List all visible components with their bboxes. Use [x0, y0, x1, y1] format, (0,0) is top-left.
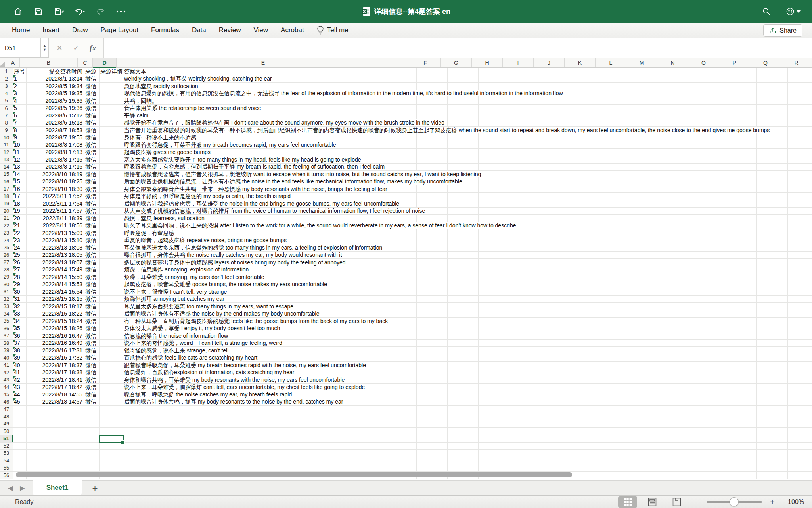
cell-B35[interactable]: 2022/8/15 18:24 — [27, 318, 84, 325]
cell-H45[interactable] — [479, 391, 509, 398]
cell-L5[interactable] — [602, 97, 633, 104]
cell-D17[interactable] — [100, 185, 123, 192]
cell-F36[interactable] — [417, 325, 448, 332]
cell-B17[interactable]: 2022/8/10 18:30 — [27, 185, 84, 192]
cell-O28[interactable] — [695, 266, 726, 273]
cell-P31[interactable] — [726, 288, 757, 295]
cell-G14[interactable] — [448, 164, 479, 171]
cell-E24[interactable]: 重复的噪音，起鸡皮疙瘩 repeative noise, brings me g… — [123, 237, 417, 244]
cell-D6[interactable] — [100, 105, 123, 112]
cell-L14[interactable] — [602, 164, 633, 171]
cell-Q52[interactable] — [757, 443, 788, 450]
cell-I49[interactable] — [509, 420, 540, 427]
cell-H6[interactable] — [479, 105, 509, 112]
cell-C45[interactable]: 微信 — [84, 391, 100, 398]
cell-J32[interactable] — [540, 296, 571, 303]
cell-N23[interactable] — [664, 229, 695, 237]
cell-G5[interactable] — [448, 97, 479, 104]
cell-C4[interactable]: 微信 — [84, 90, 100, 97]
cell-D49[interactable] — [100, 420, 123, 427]
cell-O55[interactable] — [695, 464, 726, 471]
cell-C43[interactable]: 微信 — [84, 376, 100, 383]
cell-B36[interactable]: 2022/8/15 18:26 — [27, 325, 84, 332]
formula-input[interactable] — [103, 38, 812, 58]
cell-I30[interactable] — [509, 281, 540, 288]
cell-K34[interactable] — [571, 310, 602, 318]
row-header-27[interactable]: 27 — [0, 259, 13, 266]
cell-H3[interactable] — [479, 83, 509, 90]
cell-E22[interactable]: 听久了耳朵里会回响，说不上来的恐惧 after I listen to the … — [123, 222, 417, 229]
cell-K39[interactable] — [571, 347, 602, 354]
cell-A12[interactable]: 11 — [13, 149, 27, 156]
cell-R52[interactable] — [788, 443, 812, 450]
cell-A24[interactable]: 23 — [13, 237, 27, 244]
cell-R3[interactable] — [788, 83, 812, 90]
cell-M35[interactable] — [633, 318, 664, 325]
cell-I23[interactable] — [509, 229, 540, 237]
cell-K3[interactable] — [571, 83, 602, 90]
cell-J43[interactable] — [540, 376, 571, 383]
cell-D20[interactable] — [100, 208, 123, 215]
cell-R32[interactable] — [788, 296, 812, 303]
cell-P8[interactable] — [726, 119, 757, 127]
column-header-E[interactable]: E — [117, 58, 410, 67]
cell-I35[interactable] — [509, 318, 540, 325]
cell-D19[interactable] — [100, 200, 123, 207]
cell-O12[interactable] — [695, 149, 726, 156]
cell-D46[interactable] — [100, 398, 123, 406]
cell-R23[interactable] — [788, 229, 812, 237]
cell-B49[interactable] — [27, 420, 84, 427]
search-icon[interactable] — [760, 6, 772, 17]
add-sheet-button[interactable]: + — [82, 483, 108, 494]
cell-C37[interactable]: 微信 — [84, 332, 100, 339]
cell-C23[interactable]: 微信 — [84, 229, 100, 237]
zoom-slider-thumb[interactable] — [730, 497, 739, 506]
cell-O21[interactable] — [695, 215, 726, 222]
cell-O32[interactable] — [695, 296, 726, 303]
cell-E2[interactable]: weirdly shocking，抓耳朵 weirdly shocking, c… — [123, 75, 417, 83]
cell-M3[interactable] — [633, 83, 664, 90]
cell-Q40[interactable] — [757, 354, 788, 362]
cell-B13[interactable]: 2022/8/8 17:15 — [27, 156, 84, 163]
cell-D32[interactable] — [100, 296, 123, 303]
cell-I44[interactable] — [509, 384, 540, 391]
cell-C6[interactable]: 微信 — [84, 105, 100, 112]
column-header-H[interactable]: H — [472, 58, 503, 67]
cell-P20[interactable] — [726, 208, 757, 215]
cell-R55[interactable] — [788, 464, 812, 471]
cell-P54[interactable] — [726, 457, 757, 464]
cell-E25[interactable]: 耳朵像被塞进太多东西，信息爆炸的感觉 too many things in my… — [123, 244, 417, 251]
cell-I24[interactable] — [509, 237, 540, 244]
cell-P13[interactable] — [726, 156, 757, 163]
cell-M47[interactable] — [633, 406, 664, 413]
cell-C20[interactable]: 微信 — [84, 208, 100, 215]
cell-D54[interactable] — [100, 457, 123, 464]
cell-B4[interactable]: 2022/8/5 19:35 — [27, 90, 84, 97]
cell-G44[interactable] — [448, 384, 479, 391]
cell-I33[interactable] — [509, 303, 540, 310]
cell-L42[interactable] — [602, 369, 633, 376]
redo-icon[interactable] — [94, 6, 106, 17]
cell-J12[interactable] — [540, 149, 571, 156]
zoom-level[interactable]: 100% — [783, 498, 804, 506]
cell-P6[interactable] — [726, 105, 757, 112]
cell-P23[interactable] — [726, 229, 757, 237]
cell-O51[interactable] — [695, 435, 726, 442]
cell-N17[interactable] — [664, 185, 695, 192]
cell-G52[interactable] — [448, 443, 479, 450]
cell-O1[interactable] — [695, 68, 726, 75]
cell-P2[interactable] — [726, 75, 757, 83]
cell-E53[interactable] — [123, 450, 417, 457]
cell-L46[interactable] — [602, 398, 633, 406]
cell-N27[interactable] — [664, 259, 695, 266]
cell-B52[interactable] — [27, 443, 84, 450]
cell-N52[interactable] — [664, 443, 695, 450]
cell-D34[interactable] — [100, 310, 123, 318]
cell-Q42[interactable] — [757, 369, 788, 376]
cell-M4[interactable] — [633, 90, 664, 97]
insert-function-icon[interactable]: fx — [86, 41, 100, 55]
cell-D16[interactable] — [100, 178, 123, 185]
cell-D12[interactable] — [100, 149, 123, 156]
cell-D5[interactable] — [100, 97, 123, 104]
cell-C19[interactable]: 微信 — [84, 200, 100, 207]
